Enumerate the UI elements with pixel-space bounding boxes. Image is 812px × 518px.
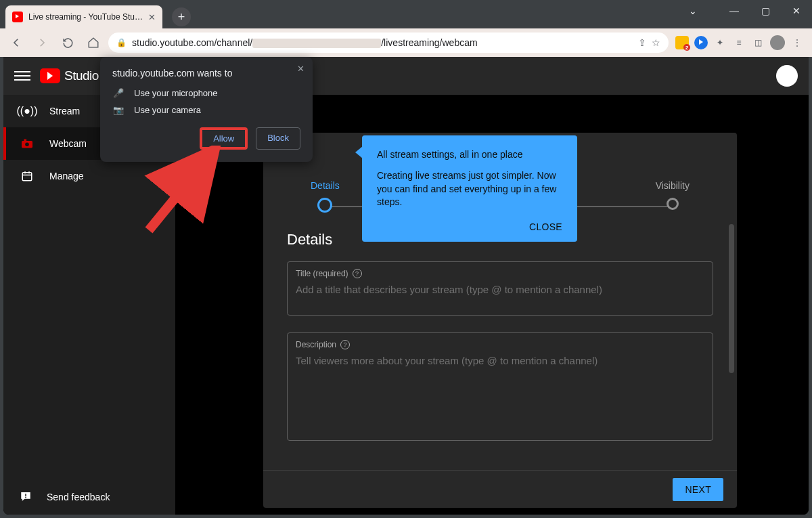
help-icon[interactable]: ? xyxy=(340,340,350,349)
title-field-label: Title (required) ? xyxy=(296,269,704,278)
svg-point-1 xyxy=(25,142,29,146)
hamburger-menu-icon[interactable] xyxy=(14,71,30,81)
nav-forward-button[interactable] xyxy=(31,32,53,53)
extension-icon[interactable] xyxy=(694,36,708,49)
youtube-play-icon xyxy=(40,68,60,83)
calendar-icon xyxy=(20,170,35,182)
chrome-menu-icon[interactable]: ⋮ xyxy=(790,36,804,49)
description-field-placeholder: Tell viewers more about your stream (typ… xyxy=(296,355,704,366)
share-icon[interactable]: ⇪ xyxy=(638,37,646,48)
svg-rect-5 xyxy=(25,496,26,498)
stream-icon: ((●)) xyxy=(20,105,35,117)
svg-rect-4 xyxy=(25,494,26,496)
tab-title: Live streaming - YouTube Studio xyxy=(28,12,143,22)
window-minimize[interactable]: ― xyxy=(719,0,750,22)
nav-home-button[interactable] xyxy=(83,32,104,53)
title-field[interactable]: Title (required) ? Add a title that desc… xyxy=(287,261,713,316)
permission-camera-row: 📷 Use your camera xyxy=(112,105,300,115)
profile-avatar[interactable] xyxy=(770,35,785,50)
window-dropdown-icon[interactable]: ⌄ xyxy=(689,5,697,16)
step-dot-icon xyxy=(667,198,679,210)
sidebar-item-label: Stream xyxy=(49,106,80,116)
panel-footer: NEXT xyxy=(263,470,737,508)
youtube-favicon xyxy=(12,12,23,22)
permission-origin: studio.youtube.com wants to xyxy=(112,68,300,79)
microphone-icon: 🎤 xyxy=(112,88,125,98)
step-label: Details xyxy=(311,180,340,191)
address-bar[interactable]: 🔒 studio.youtube.com/channel//livestream… xyxy=(108,33,669,53)
next-button[interactable]: NEXT xyxy=(673,478,723,501)
new-tab-button[interactable]: + xyxy=(172,7,191,26)
permission-microphone-row: 🎤 Use your microphone xyxy=(112,88,300,98)
window-maximize[interactable]: ▢ xyxy=(750,0,781,22)
allow-button[interactable]: Allow xyxy=(200,127,248,150)
description-field[interactable]: Description ? Tell viewers more about yo… xyxy=(287,332,713,441)
onboarding-callout: All stream settings, all in one place Cr… xyxy=(362,135,577,242)
callout-close-button[interactable]: CLOSE xyxy=(377,221,562,232)
step-dot-icon xyxy=(317,198,332,213)
webcam-icon xyxy=(20,138,35,149)
permission-close-icon[interactable]: ✕ xyxy=(297,64,304,74)
sidebar-item-label: Manage xyxy=(49,171,84,181)
sidebar-item-manage[interactable]: Manage xyxy=(3,160,175,192)
lock-icon: 🔒 xyxy=(116,38,127,47)
side-panel-icon[interactable]: ◫ xyxy=(751,36,765,49)
svg-rect-2 xyxy=(24,139,26,141)
section-heading: Details xyxy=(287,231,332,249)
title-field-placeholder: Add a title that describes your stream (… xyxy=(296,284,704,295)
svg-rect-3 xyxy=(22,173,32,181)
nav-back-button[interactable] xyxy=(5,32,27,53)
callout-body: Creating live streams just got simpler. … xyxy=(377,169,562,209)
url-text: studio.youtube.com/channel//livestreamin… xyxy=(132,37,478,48)
step-visibility[interactable]: Visibility xyxy=(656,180,690,213)
send-feedback-button[interactable]: Send feedback xyxy=(3,479,175,515)
feedback-label: Send feedback xyxy=(47,492,110,502)
channel-avatar[interactable] xyxy=(776,65,798,87)
feedback-icon xyxy=(20,490,32,504)
tab-close-icon[interactable]: ✕ xyxy=(148,12,156,22)
block-button[interactable]: Block xyxy=(256,127,300,150)
description-field-label: Description ? xyxy=(296,340,704,349)
browser-tab[interactable]: Live streaming - YouTube Studio ✕ xyxy=(5,5,162,28)
logo-text: Studio xyxy=(64,68,99,83)
help-icon[interactable]: ? xyxy=(353,269,362,278)
browser-toolbar: 🔒 studio.youtube.com/channel//livestream… xyxy=(0,28,812,57)
step-label: Visibility xyxy=(656,180,690,191)
nav-reload-button[interactable] xyxy=(57,32,78,53)
window-close[interactable]: ✕ xyxy=(781,0,812,22)
callout-title: All stream settings, all in one place xyxy=(377,149,562,160)
sidebar-item-label: Webcam xyxy=(49,138,87,149)
step-details[interactable]: Details xyxy=(311,180,340,213)
panel-scrollbar[interactable] xyxy=(729,224,734,373)
extension-icon[interactable] xyxy=(675,36,689,49)
camera-icon: 📷 xyxy=(112,105,125,115)
extensions-puzzle-icon[interactable]: ✦ xyxy=(713,36,727,49)
permission-prompt: ✕ studio.youtube.com wants to 🎤 Use your… xyxy=(100,57,313,162)
reading-list-icon[interactable]: ≡ xyxy=(732,36,746,49)
youtube-studio-logo[interactable]: Studio xyxy=(40,68,99,83)
bookmark-star-icon[interactable]: ☆ xyxy=(652,37,660,48)
